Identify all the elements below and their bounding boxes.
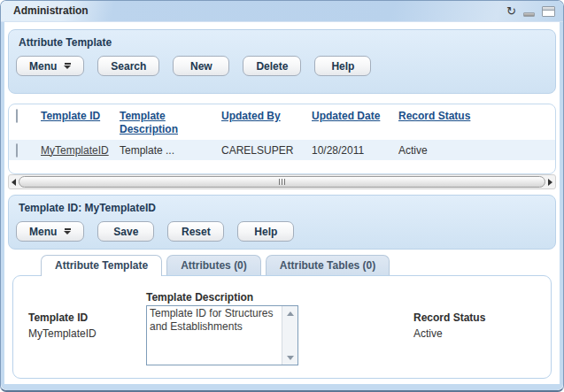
tab-attributes[interactable]: Attributes (0) (166, 255, 261, 275)
new-button[interactable]: New (173, 56, 229, 76)
titlebar-icons: ↻ (506, 4, 555, 18)
detail-section: Template ID: MyTemplateID Menu Save Rese… (8, 195, 556, 250)
template-description-text: Template ID for Structures and Establish… (150, 307, 280, 364)
save-button[interactable]: Save (97, 221, 154, 242)
attribute-template-section: Attribute Template Menu Search New Delet… (8, 29, 556, 94)
maximize-icon[interactable] (542, 6, 555, 17)
column-header-record-status[interactable]: Record Status (398, 110, 555, 140)
table-row[interactable]: MyTemplateID Template ... CARELSUPER 10/… (9, 140, 555, 160)
template-description-textarea[interactable]: Template ID for Structures and Establish… (146, 305, 298, 365)
cell-record-status: Active (398, 144, 555, 157)
tab-bar: Attribute Template Attributes (0) Attrib… (41, 255, 390, 276)
menu-dropdown-icon (64, 63, 71, 69)
record-status-value: Active (413, 327, 443, 340)
cell-updated-date: 10/28/2011 (312, 144, 398, 157)
detail-menu-button-label: Menu (29, 226, 57, 238)
column-header-template-id[interactable]: Template ID (41, 110, 120, 140)
template-id-link[interactable]: MyTemplateID (41, 144, 120, 157)
administration-window: Administration ↻ Attribute Template Menu… (0, 0, 564, 392)
record-status-label: Record Status (413, 311, 485, 324)
cell-template-description: Template ... (120, 144, 221, 157)
template-id-label: Template ID (28, 311, 88, 324)
menu-dropdown-icon (64, 228, 71, 234)
attribute-template-form: Template ID MyTemplateID Template Descri… (12, 275, 552, 379)
tab-attribute-tables[interactable]: Attribute Tables (0) (266, 255, 390, 275)
results-table: Template ID Template Description Updated… (8, 104, 556, 174)
cell-updated-by: CARELSUPER (221, 144, 312, 157)
scroll-left-arrow-icon[interactable] (9, 175, 19, 188)
tab-attribute-template[interactable]: Attribute Template (41, 255, 162, 276)
column-header-updated-by[interactable]: Updated By (221, 110, 312, 140)
window-title: Administration (13, 4, 89, 17)
toolbar: Menu Search New Delete Help (16, 56, 371, 76)
template-id-value: MyTemplateID (28, 327, 97, 340)
scroll-up-arrow-icon[interactable] (282, 307, 297, 319)
horizontal-scrollbar[interactable] (8, 174, 556, 189)
textarea-scrollbar[interactable] (282, 306, 297, 365)
help-button[interactable]: Help (314, 56, 371, 76)
detail-toolbar: Menu Save Reset Help (16, 221, 294, 242)
search-button[interactable]: Search (97, 56, 159, 76)
scroll-right-arrow-icon[interactable] (545, 175, 555, 188)
refresh-icon[interactable]: ↻ (506, 5, 516, 17)
column-header-template-description[interactable]: Template Description (120, 110, 221, 140)
scrollbar-thumb[interactable] (19, 176, 545, 188)
table-header-row: Template ID Template Description Updated… (9, 104, 555, 140)
detail-section-title: Template ID: MyTemplateID (19, 202, 156, 214)
menu-button[interactable]: Menu (16, 56, 84, 76)
menu-button-label: Menu (29, 60, 57, 73)
detail-menu-button[interactable]: Menu (16, 221, 84, 242)
row-checkbox[interactable] (16, 143, 18, 158)
minimize-icon[interactable] (523, 12, 535, 17)
column-header-updated-date[interactable]: Updated Date (312, 110, 398, 140)
template-description-label: Template Description (146, 291, 253, 304)
reset-button[interactable]: Reset (167, 221, 224, 242)
select-all-checkbox[interactable] (16, 109, 18, 123)
titlebar: Administration ↻ (1, 1, 563, 22)
delete-button[interactable]: Delete (243, 56, 301, 76)
section-title: Attribute Template (19, 36, 112, 49)
scroll-down-arrow-icon[interactable] (282, 351, 297, 364)
detail-help-button[interactable]: Help (237, 221, 294, 242)
